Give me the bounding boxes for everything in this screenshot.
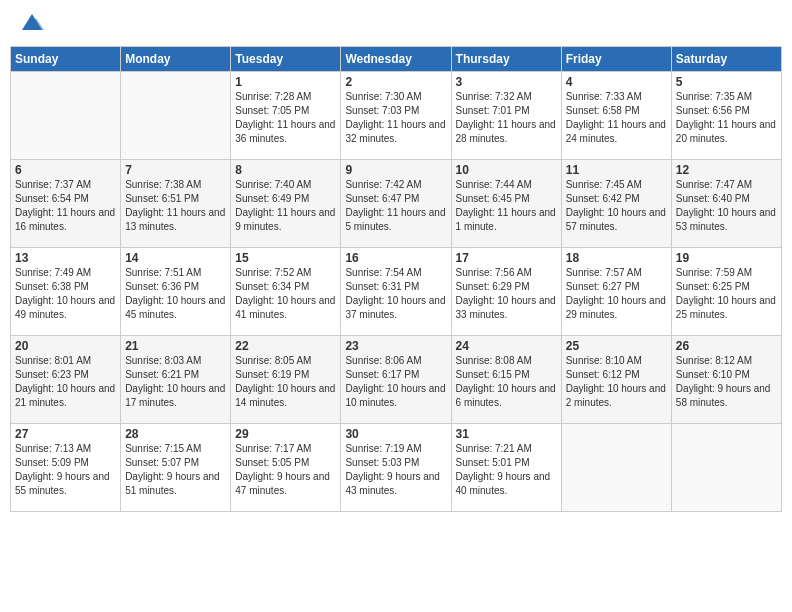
day-number: 26 bbox=[676, 339, 777, 353]
calendar-cell bbox=[11, 72, 121, 160]
day-number: 25 bbox=[566, 339, 667, 353]
day-number: 13 bbox=[15, 251, 116, 265]
calendar-cell: 13Sunrise: 7:49 AM Sunset: 6:38 PM Dayli… bbox=[11, 248, 121, 336]
calendar-cell: 4Sunrise: 7:33 AM Sunset: 6:58 PM Daylig… bbox=[561, 72, 671, 160]
day-detail: Sunrise: 7:44 AM Sunset: 6:45 PM Dayligh… bbox=[456, 178, 557, 234]
day-detail: Sunrise: 7:49 AM Sunset: 6:38 PM Dayligh… bbox=[15, 266, 116, 322]
day-detail: Sunrise: 8:03 AM Sunset: 6:21 PM Dayligh… bbox=[125, 354, 226, 410]
day-header-monday: Monday bbox=[121, 47, 231, 72]
day-header-thursday: Thursday bbox=[451, 47, 561, 72]
day-detail: Sunrise: 8:12 AM Sunset: 6:10 PM Dayligh… bbox=[676, 354, 777, 410]
calendar-week-row: 6Sunrise: 7:37 AM Sunset: 6:54 PM Daylig… bbox=[11, 160, 782, 248]
calendar-cell: 25Sunrise: 8:10 AM Sunset: 6:12 PM Dayli… bbox=[561, 336, 671, 424]
calendar-cell: 23Sunrise: 8:06 AM Sunset: 6:17 PM Dayli… bbox=[341, 336, 451, 424]
day-detail: Sunrise: 7:56 AM Sunset: 6:29 PM Dayligh… bbox=[456, 266, 557, 322]
logo bbox=[14, 10, 46, 38]
day-number: 19 bbox=[676, 251, 777, 265]
day-number: 23 bbox=[345, 339, 446, 353]
calendar-cell: 5Sunrise: 7:35 AM Sunset: 6:56 PM Daylig… bbox=[671, 72, 781, 160]
day-detail: Sunrise: 7:37 AM Sunset: 6:54 PM Dayligh… bbox=[15, 178, 116, 234]
day-number: 24 bbox=[456, 339, 557, 353]
logo-icon bbox=[18, 10, 46, 38]
calendar-cell: 16Sunrise: 7:54 AM Sunset: 6:31 PM Dayli… bbox=[341, 248, 451, 336]
calendar-cell: 30Sunrise: 7:19 AM Sunset: 5:03 PM Dayli… bbox=[341, 424, 451, 512]
day-header-sunday: Sunday bbox=[11, 47, 121, 72]
day-detail: Sunrise: 7:19 AM Sunset: 5:03 PM Dayligh… bbox=[345, 442, 446, 498]
calendar-cell bbox=[671, 424, 781, 512]
day-detail: Sunrise: 7:47 AM Sunset: 6:40 PM Dayligh… bbox=[676, 178, 777, 234]
day-detail: Sunrise: 7:17 AM Sunset: 5:05 PM Dayligh… bbox=[235, 442, 336, 498]
calendar-cell bbox=[561, 424, 671, 512]
calendar-cell: 19Sunrise: 7:59 AM Sunset: 6:25 PM Dayli… bbox=[671, 248, 781, 336]
day-detail: Sunrise: 7:15 AM Sunset: 5:07 PM Dayligh… bbox=[125, 442, 226, 498]
calendar-week-row: 27Sunrise: 7:13 AM Sunset: 5:09 PM Dayli… bbox=[11, 424, 782, 512]
calendar-cell: 1Sunrise: 7:28 AM Sunset: 7:05 PM Daylig… bbox=[231, 72, 341, 160]
day-detail: Sunrise: 7:51 AM Sunset: 6:36 PM Dayligh… bbox=[125, 266, 226, 322]
calendar-cell: 27Sunrise: 7:13 AM Sunset: 5:09 PM Dayli… bbox=[11, 424, 121, 512]
calendar-header bbox=[10, 10, 782, 38]
calendar-cell: 17Sunrise: 7:56 AM Sunset: 6:29 PM Dayli… bbox=[451, 248, 561, 336]
day-detail: Sunrise: 7:59 AM Sunset: 6:25 PM Dayligh… bbox=[676, 266, 777, 322]
calendar-cell: 22Sunrise: 8:05 AM Sunset: 6:19 PM Dayli… bbox=[231, 336, 341, 424]
calendar-cell: 29Sunrise: 7:17 AM Sunset: 5:05 PM Dayli… bbox=[231, 424, 341, 512]
day-number: 8 bbox=[235, 163, 336, 177]
calendar-cell: 9Sunrise: 7:42 AM Sunset: 6:47 PM Daylig… bbox=[341, 160, 451, 248]
calendar-cell: 31Sunrise: 7:21 AM Sunset: 5:01 PM Dayli… bbox=[451, 424, 561, 512]
day-header-friday: Friday bbox=[561, 47, 671, 72]
calendar-cell: 14Sunrise: 7:51 AM Sunset: 6:36 PM Dayli… bbox=[121, 248, 231, 336]
day-detail: Sunrise: 8:10 AM Sunset: 6:12 PM Dayligh… bbox=[566, 354, 667, 410]
calendar-cell: 3Sunrise: 7:32 AM Sunset: 7:01 PM Daylig… bbox=[451, 72, 561, 160]
day-detail: Sunrise: 7:21 AM Sunset: 5:01 PM Dayligh… bbox=[456, 442, 557, 498]
day-number: 20 bbox=[15, 339, 116, 353]
day-number: 29 bbox=[235, 427, 336, 441]
day-number: 31 bbox=[456, 427, 557, 441]
day-number: 11 bbox=[566, 163, 667, 177]
day-number: 28 bbox=[125, 427, 226, 441]
calendar-cell: 11Sunrise: 7:45 AM Sunset: 6:42 PM Dayli… bbox=[561, 160, 671, 248]
day-header-wednesday: Wednesday bbox=[341, 47, 451, 72]
calendar-cell: 12Sunrise: 7:47 AM Sunset: 6:40 PM Dayli… bbox=[671, 160, 781, 248]
day-number: 1 bbox=[235, 75, 336, 89]
day-number: 30 bbox=[345, 427, 446, 441]
day-number: 10 bbox=[456, 163, 557, 177]
calendar-cell: 2Sunrise: 7:30 AM Sunset: 7:03 PM Daylig… bbox=[341, 72, 451, 160]
day-number: 2 bbox=[345, 75, 446, 89]
day-detail: Sunrise: 7:30 AM Sunset: 7:03 PM Dayligh… bbox=[345, 90, 446, 146]
calendar-cell: 10Sunrise: 7:44 AM Sunset: 6:45 PM Dayli… bbox=[451, 160, 561, 248]
calendar-cell: 15Sunrise: 7:52 AM Sunset: 6:34 PM Dayli… bbox=[231, 248, 341, 336]
day-number: 12 bbox=[676, 163, 777, 177]
day-detail: Sunrise: 7:35 AM Sunset: 6:56 PM Dayligh… bbox=[676, 90, 777, 146]
calendar-week-row: 1Sunrise: 7:28 AM Sunset: 7:05 PM Daylig… bbox=[11, 72, 782, 160]
day-number: 22 bbox=[235, 339, 336, 353]
day-number: 17 bbox=[456, 251, 557, 265]
day-detail: Sunrise: 7:32 AM Sunset: 7:01 PM Dayligh… bbox=[456, 90, 557, 146]
day-detail: Sunrise: 7:40 AM Sunset: 6:49 PM Dayligh… bbox=[235, 178, 336, 234]
day-detail: Sunrise: 8:05 AM Sunset: 6:19 PM Dayligh… bbox=[235, 354, 336, 410]
day-number: 3 bbox=[456, 75, 557, 89]
day-number: 4 bbox=[566, 75, 667, 89]
calendar-cell: 21Sunrise: 8:03 AM Sunset: 6:21 PM Dayli… bbox=[121, 336, 231, 424]
calendar-cell: 26Sunrise: 8:12 AM Sunset: 6:10 PM Dayli… bbox=[671, 336, 781, 424]
calendar-cell: 20Sunrise: 8:01 AM Sunset: 6:23 PM Dayli… bbox=[11, 336, 121, 424]
calendar-cell: 28Sunrise: 7:15 AM Sunset: 5:07 PM Dayli… bbox=[121, 424, 231, 512]
calendar-cell: 7Sunrise: 7:38 AM Sunset: 6:51 PM Daylig… bbox=[121, 160, 231, 248]
calendar-header-row: SundayMondayTuesdayWednesdayThursdayFrid… bbox=[11, 47, 782, 72]
day-detail: Sunrise: 7:45 AM Sunset: 6:42 PM Dayligh… bbox=[566, 178, 667, 234]
calendar-cell bbox=[121, 72, 231, 160]
day-detail: Sunrise: 7:57 AM Sunset: 6:27 PM Dayligh… bbox=[566, 266, 667, 322]
day-detail: Sunrise: 7:54 AM Sunset: 6:31 PM Dayligh… bbox=[345, 266, 446, 322]
calendar-table: SundayMondayTuesdayWednesdayThursdayFrid… bbox=[10, 46, 782, 512]
calendar-week-row: 13Sunrise: 7:49 AM Sunset: 6:38 PM Dayli… bbox=[11, 248, 782, 336]
calendar-cell: 8Sunrise: 7:40 AM Sunset: 6:49 PM Daylig… bbox=[231, 160, 341, 248]
day-number: 14 bbox=[125, 251, 226, 265]
day-detail: Sunrise: 7:42 AM Sunset: 6:47 PM Dayligh… bbox=[345, 178, 446, 234]
day-detail: Sunrise: 8:06 AM Sunset: 6:17 PM Dayligh… bbox=[345, 354, 446, 410]
day-detail: Sunrise: 7:28 AM Sunset: 7:05 PM Dayligh… bbox=[235, 90, 336, 146]
calendar-cell: 18Sunrise: 7:57 AM Sunset: 6:27 PM Dayli… bbox=[561, 248, 671, 336]
day-number: 15 bbox=[235, 251, 336, 265]
calendar-week-row: 20Sunrise: 8:01 AM Sunset: 6:23 PM Dayli… bbox=[11, 336, 782, 424]
day-header-saturday: Saturday bbox=[671, 47, 781, 72]
day-number: 5 bbox=[676, 75, 777, 89]
day-number: 18 bbox=[566, 251, 667, 265]
day-detail: Sunrise: 7:13 AM Sunset: 5:09 PM Dayligh… bbox=[15, 442, 116, 498]
